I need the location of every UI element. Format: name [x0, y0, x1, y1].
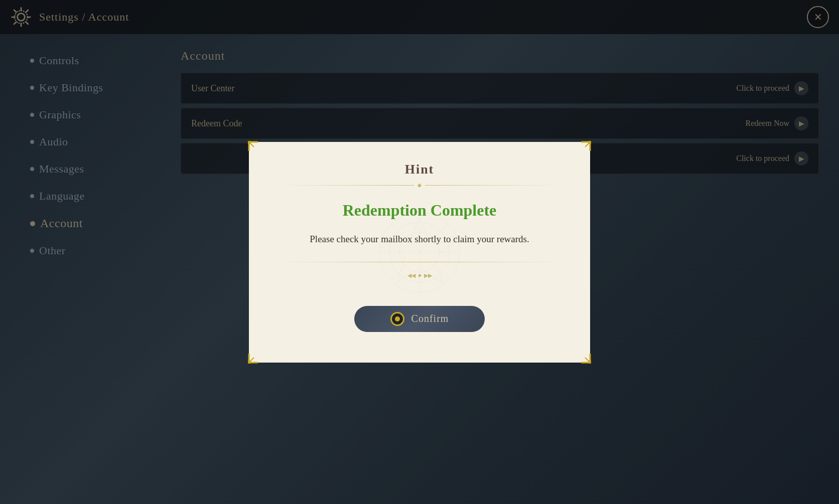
- corner-decoration-bl: [248, 344, 268, 364]
- svg-rect-2: [248, 141, 251, 144]
- confirm-circle-inner: [395, 316, 400, 321]
- corner-decoration-tr: [571, 141, 591, 161]
- confirm-circle-icon: [390, 312, 404, 326]
- watermark: [369, 202, 470, 302]
- modal-title: Hint: [405, 162, 435, 177]
- modal-dialog: Hint Redemption Complete Please check yo…: [249, 142, 590, 363]
- corner-decoration-tl: [248, 141, 268, 161]
- confirm-button[interactable]: Confirm: [354, 306, 485, 332]
- confirm-label: Confirm: [411, 313, 449, 324]
- svg-rect-5: [588, 361, 591, 364]
- title-divider-right: [425, 185, 565, 186]
- svg-rect-3: [588, 141, 591, 144]
- svg-rect-4: [248, 361, 251, 364]
- diamond-decoration: [417, 183, 422, 187]
- modal-overlay: Hint Redemption Complete Please check yo…: [0, 0, 839, 504]
- corner-decoration-br: [571, 344, 591, 364]
- title-divider-left: [274, 185, 414, 186]
